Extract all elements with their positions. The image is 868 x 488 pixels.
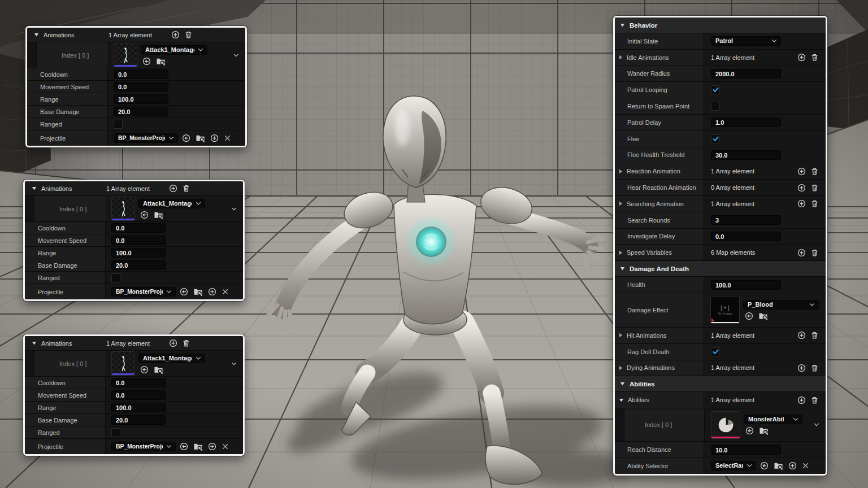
browse-to-asset-icon[interactable]: [193, 287, 203, 296]
cooldown-input[interactable]: 0.0: [111, 378, 166, 387]
use-selected-icon[interactable]: [140, 365, 149, 374]
base-damage-input[interactable]: 20.0: [111, 415, 166, 425]
browse-to-asset-icon[interactable]: [196, 134, 205, 142]
animation-thumbnail[interactable]: [114, 43, 137, 67]
ability-pie-thumbnail[interactable]: [711, 412, 740, 438]
delete-elements-icon[interactable]: [811, 199, 818, 208]
health-input[interactable]: 100.0: [711, 280, 781, 290]
delete-elements-icon[interactable]: [811, 184, 818, 192]
cooldown-input[interactable]: 0.0: [111, 223, 166, 233]
use-selected-icon[interactable]: [142, 57, 151, 66]
animation-thumbnail[interactable]: [112, 352, 134, 375]
patrol-delay-input[interactable]: 1.0: [711, 117, 781, 127]
ranged-checkbox[interactable]: [111, 428, 120, 437]
search-rounds-input[interactable]: 3: [711, 215, 781, 225]
return-to-spawn-point-checkbox[interactable]: [711, 102, 720, 111]
add-element-icon[interactable]: [169, 339, 177, 347]
add-element-icon[interactable]: [169, 184, 177, 193]
ability-selector-asset-dropdown[interactable]: SelectRan: [711, 461, 756, 470]
rag-doll-death-checkbox[interactable]: [711, 347, 720, 356]
add-element-icon[interactable]: [797, 199, 806, 208]
use-selected-icon[interactable]: [180, 442, 188, 451]
add-element-icon[interactable]: [797, 396, 806, 404]
investigate-delay-input[interactable]: 0.0: [711, 232, 781, 241]
add-element-icon[interactable]: [797, 364, 806, 372]
use-selected-icon[interactable]: [180, 287, 188, 296]
animation-thumbnail[interactable]: [112, 197, 134, 220]
category-expander-icon[interactable]: [620, 23, 625, 27]
add-icon[interactable]: [208, 442, 216, 451]
clear-icon[interactable]: [802, 462, 809, 469]
wander-radius-input[interactable]: 2000.0: [711, 69, 781, 79]
expander-icon[interactable]: [619, 169, 623, 174]
range-input[interactable]: 100.0: [111, 403, 166, 412]
expander-icon[interactable]: [619, 333, 623, 338]
range-input[interactable]: 100.0: [114, 94, 168, 104]
browse-to-asset-icon[interactable]: [759, 426, 769, 435]
element-expander-icon[interactable]: [231, 361, 237, 365]
ranged-checkbox[interactable]: [114, 120, 123, 129]
no-image-thumbnail[interactable]: [ + ]No Image: [711, 297, 739, 323]
use-selected-icon[interactable]: [745, 426, 754, 435]
expander-icon[interactable]: [619, 55, 623, 60]
projectile-asset-dropdown[interactable]: BP_MonsterProjectile: [114, 133, 178, 143]
flee-checkbox[interactable]: [711, 134, 720, 143]
expander-icon[interactable]: [32, 341, 37, 345]
index-0-asset-dropdown[interactable]: MonsterAbil: [744, 415, 802, 424]
browse-to-asset-icon[interactable]: [774, 461, 783, 470]
movement-speed-input[interactable]: 0.0: [114, 82, 168, 91]
projectile-asset-dropdown[interactable]: BP_MonsterProjectile: [111, 287, 176, 297]
expander-icon[interactable]: [619, 398, 624, 402]
browse-to-asset-icon[interactable]: [193, 442, 203, 451]
category-expander-icon[interactable]: [620, 267, 625, 271]
category-expander-icon[interactable]: [620, 382, 625, 386]
clear-icon[interactable]: [224, 134, 231, 142]
expander-icon[interactable]: [619, 365, 623, 371]
expander-icon[interactable]: [619, 201, 623, 206]
expander-icon[interactable]: [34, 33, 39, 37]
add-icon[interactable]: [208, 287, 216, 296]
browse-to-asset-icon[interactable]: [156, 57, 166, 66]
element-expander-icon[interactable]: [233, 53, 239, 57]
add-element-icon[interactable]: [797, 331, 806, 339]
element-expander-icon[interactable]: [814, 423, 819, 427]
flee-health-treshold-input[interactable]: 30.0: [711, 150, 781, 160]
ranged-checkbox[interactable]: [111, 273, 120, 282]
index-0-asset-dropdown[interactable]: Attack1_Montage: [141, 45, 207, 55]
browse-to-asset-icon[interactable]: [154, 211, 163, 219]
movement-speed-input[interactable]: 0.0: [111, 236, 166, 245]
base-damage-input[interactable]: 20.0: [111, 260, 166, 270]
add-icon[interactable]: [788, 461, 797, 470]
damage-effect-asset-dropdown[interactable]: P_Blood: [743, 300, 819, 310]
movement-speed-input[interactable]: 0.0: [111, 390, 166, 400]
browse-to-asset-icon[interactable]: [154, 365, 163, 374]
delete-elements-icon[interactable]: [811, 396, 818, 404]
delete-elements-icon[interactable]: [811, 364, 818, 372]
projectile-asset-dropdown[interactable]: BP_MonsterProjectile: [111, 442, 176, 451]
delete-elements-icon[interactable]: [811, 167, 818, 176]
initial-state-dropdown[interactable]: Patrol: [711, 36, 781, 46]
clear-icon[interactable]: [222, 288, 229, 295]
expander-icon[interactable]: [32, 186, 37, 190]
patrol-looping-checkbox[interactable]: [711, 85, 720, 94]
element-expander-icon[interactable]: [231, 207, 237, 211]
add-element-icon[interactable]: [171, 30, 180, 39]
cooldown-input[interactable]: 0.0: [114, 69, 168, 79]
add-element-icon[interactable]: [797, 249, 806, 257]
delete-elements-icon[interactable]: [811, 53, 818, 62]
expander-icon[interactable]: [619, 250, 623, 255]
browse-to-asset-icon[interactable]: [758, 312, 768, 320]
use-selected-icon[interactable]: [745, 312, 753, 320]
add-icon[interactable]: [210, 134, 219, 142]
use-selected-icon[interactable]: [140, 211, 149, 219]
delete-elements-icon[interactable]: [811, 249, 818, 257]
delete-elements-icon[interactable]: [183, 184, 190, 193]
add-element-icon[interactable]: [797, 184, 806, 192]
clear-icon[interactable]: [222, 443, 229, 450]
use-selected-icon[interactable]: [760, 461, 769, 470]
index-0-asset-dropdown[interactable]: Attack1_Montage: [138, 199, 205, 208]
delete-elements-icon[interactable]: [183, 339, 190, 347]
base-damage-input[interactable]: 20.0: [114, 107, 168, 116]
add-element-icon[interactable]: [797, 167, 806, 176]
add-element-icon[interactable]: [797, 53, 806, 62]
